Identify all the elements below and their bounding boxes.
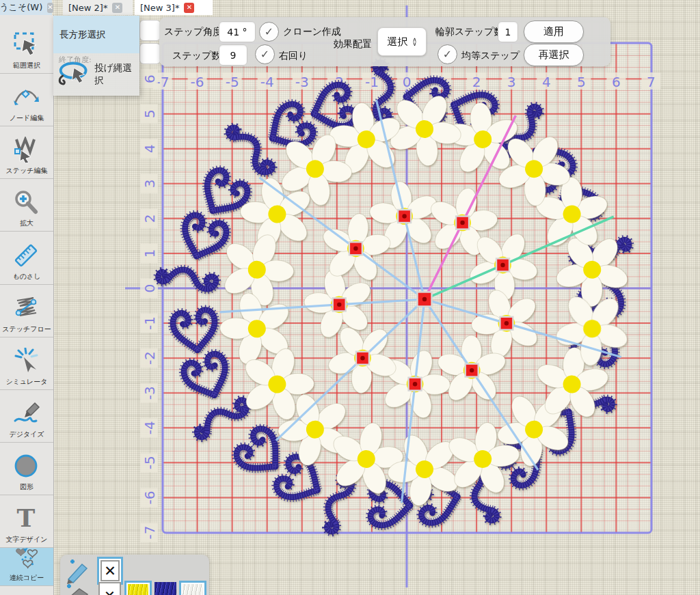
sidebar-item-stitch-flow[interactable]: ステッチフロー (0, 285, 53, 337)
step-count-label: ステップ数: (172, 50, 224, 62)
svg-text:4: 4 (542, 74, 551, 90)
lasso-select-label: 投げ縄選択 (94, 62, 139, 87)
text-design-icon: T (13, 506, 40, 533)
digitize-icon (13, 400, 40, 428)
outline-steps-label: 輪郭ステップ数: (435, 26, 507, 38)
clone-label: クローン作成 (283, 26, 341, 38)
sidebar-item-label: ノード編集 (10, 113, 44, 123)
svg-text:1: 1 (142, 249, 158, 258)
sidebar-toolbox: 範囲選択ノード編集ステッチ編集拡大ものさしステッチフローシミュレータデジタイズ図… (0, 15, 54, 595)
svg-text:4: 4 (142, 144, 158, 153)
clockwise-checkbox[interactable]: ✓ (255, 44, 275, 64)
sidebar-item-partial[interactable] (0, 586, 53, 595)
sidebar-item-label: ステッチ編集 (6, 166, 48, 176)
svg-text:-5: -5 (226, 74, 239, 90)
effect-select-value: 選択 (387, 36, 407, 49)
svg-text:0: 0 (142, 284, 158, 293)
sidebar-item-label: ものさし (13, 272, 41, 281)
thread-swatch-yellow[interactable] (124, 581, 152, 595)
continuous-copy-icon (13, 548, 40, 571)
no-thread-swatch-selected[interactable]: ✕ (97, 557, 123, 585)
range-select-icon (13, 31, 40, 59)
svg-text:5: 5 (577, 74, 586, 90)
svg-text:3: 3 (142, 179, 158, 188)
svg-text:2: 2 (472, 74, 481, 90)
effect-placement-label: 効果配置 (334, 38, 372, 51)
thread-palette-panel: ✕ ✕ (60, 555, 209, 595)
sidebar-item-simulator[interactable]: シミュレータ (0, 337, 53, 390)
select-chevrons-icon: ∧∨ (412, 38, 417, 46)
sidebar-item-label: 図形 (20, 482, 33, 492)
sidebar-item-continuous-copy[interactable]: 連続コピー (0, 548, 53, 586)
outline-steps-input[interactable]: 1 (498, 21, 518, 42)
ghost-toolbar-text: 終了角度: (59, 55, 92, 65)
thread-swatch-navy[interactable] (154, 582, 176, 595)
sidebar-item-label: 拡大 (20, 219, 33, 228)
apply-button[interactable]: 適用 (524, 20, 584, 43)
continuous-copy-toolbar: ステップ角度: 41 ° ✓ クローン作成 ステップ数: 9 ✓ 右回り 効果配… (159, 17, 610, 66)
thread-swatch-white[interactable] (179, 581, 206, 595)
add-stamp-icon[interactable] (64, 583, 93, 595)
sidebar-item-digitize[interactable]: デジタイズ (0, 390, 53, 443)
sidebar-item-node-edit[interactable]: ノード編集 (0, 74, 53, 126)
shape-icon (13, 453, 40, 480)
menu-item-lasso-select[interactable]: 終了角度: 投げ縄選択 (53, 53, 139, 96)
embroidery-app-window: -7-6-5-4-3-2-1012345676543210-1-2-3-4-5-… (0, 0, 700, 595)
hidden-field-box (139, 20, 161, 41)
ruler-icon (13, 243, 40, 270)
node-edit-icon (13, 84, 40, 111)
svg-text:-1: -1 (365, 74, 379, 90)
stitch-edit-icon (13, 137, 40, 164)
sidebar-item-label: 範囲選択 (13, 61, 40, 70)
effect-placement-select[interactable]: 選択 ∧∨ (377, 27, 427, 56)
menu-item-rectangle-select[interactable]: 長方形選択 (53, 16, 139, 53)
svg-text:0: 0 (403, 74, 412, 90)
svg-text:-3: -3 (142, 386, 158, 400)
svg-text:6: 6 (612, 74, 621, 90)
sidebar-item-stitch-edit[interactable]: ステッチ編集 (0, 126, 53, 179)
svg-text:-5: -5 (142, 456, 158, 469)
step-angle-input[interactable]: 41 ° (219, 21, 256, 42)
reselect-button[interactable]: 再選択 (524, 44, 584, 66)
sidebar-item-label: デジタイズ (9, 430, 44, 439)
sidebar-item-ruler[interactable]: ものさし (0, 232, 53, 285)
sidebar-item-shape[interactable]: 図形 (0, 443, 53, 495)
equal-step-checkbox[interactable]: ✓ (438, 44, 457, 64)
step-count-input[interactable]: 9 (219, 44, 247, 66)
sidebar-item-zoom[interactable]: 拡大 (0, 179, 53, 232)
svg-text:6: 6 (142, 74, 158, 83)
svg-text:3: 3 (507, 74, 516, 90)
svg-text:-1: -1 (142, 316, 158, 330)
sidebar-item-label: シミュレータ (5, 377, 47, 387)
selection-flyout-menu: 長方形選択 終了角度: 投げ縄選択 (53, 16, 139, 96)
add-pen-icon[interactable] (64, 559, 93, 585)
clone-checkbox[interactable]: ✓ (259, 22, 279, 42)
zoom-icon (13, 189, 40, 217)
sidebar-item-text-design[interactable]: T文字デザイン (0, 495, 53, 548)
svg-text:2: 2 (142, 214, 158, 223)
svg-text:-6: -6 (142, 490, 158, 504)
sidebar-item-label: 連続コピー (10, 573, 44, 583)
hidden-field-box (139, 43, 161, 64)
no-thread-x: ✕ (104, 587, 116, 595)
svg-text:-6: -6 (191, 74, 204, 90)
svg-text:5: 5 (142, 109, 158, 118)
rectangle-select-label: 長方形選択 (59, 29, 106, 41)
no-thread-x: ✕ (104, 563, 116, 579)
stitch-flow-icon (13, 295, 40, 322)
svg-text:-7: -7 (142, 526, 158, 540)
svg-text:-3: -3 (295, 74, 309, 90)
sidebar-item-label: 文字デザイン (6, 535, 48, 544)
svg-text:7: 7 (647, 74, 656, 90)
simulator-icon (13, 348, 40, 375)
step-angle-label: ステップ角度: (164, 26, 226, 38)
equal-step-label: 均等ステップ (461, 50, 520, 62)
svg-text:T: T (17, 506, 36, 532)
svg-text:-2: -2 (142, 351, 158, 365)
sidebar-item-label: ステッチフロー (2, 324, 51, 334)
clockwise-label: 右回り (279, 50, 308, 62)
svg-text:-4: -4 (260, 74, 274, 90)
no-thread-swatch[interactable]: ✕ (98, 582, 121, 595)
sidebar-item-range-select[interactable]: 範囲選択 (0, 15, 53, 74)
svg-text:-4: -4 (142, 421, 158, 434)
